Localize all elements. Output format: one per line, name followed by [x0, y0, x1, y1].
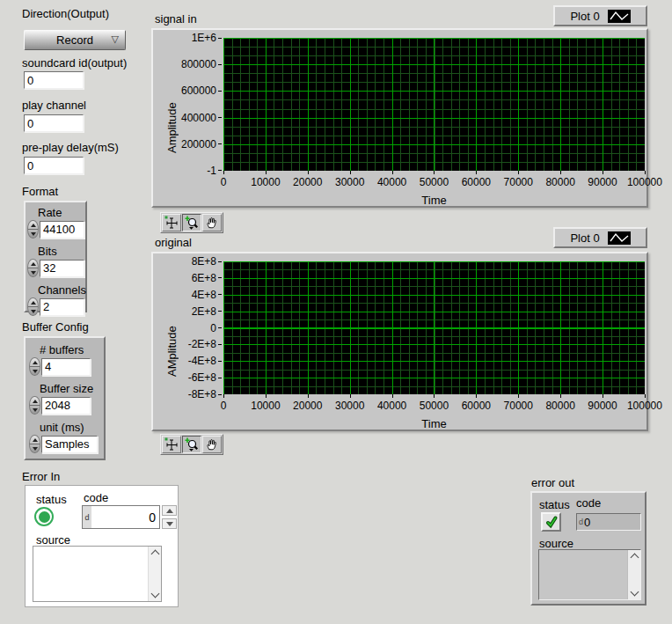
rate-spinner[interactable] [27, 220, 39, 239]
triangle-up-icon [31, 301, 36, 305]
graph2-container: AMplitude 8E+86E+84E+82E+80-2E+8-4E+8-6E… [151, 252, 648, 431]
error-out-code-value: 0 [584, 516, 590, 529]
triangle-down-icon [31, 310, 36, 313]
triangle-down-icon [166, 522, 173, 526]
buffer-size-input[interactable] [41, 397, 91, 415]
error-in-code-field[interactable]: d 0 [82, 505, 160, 529]
code-decrement-button[interactable] [162, 518, 177, 529]
graph1-container: Amplitude 1E+6800000600000400000200000-1… [151, 28, 648, 208]
graph2-x-tick-labels: 0100002000030000400005000060000700008000… [223, 400, 645, 412]
error-out-source-textarea[interactable] [538, 549, 641, 600]
triangle-down-icon [33, 408, 38, 412]
num-buffers-decrement-button[interactable] [30, 367, 40, 375]
graph1-y-tick-labels: 1E+6800000600000400000200000-1 [153, 38, 222, 171]
error-out-code-label: code [576, 496, 601, 510]
labview-front-panel: Direction(Output) Record ▽ soundcard id(… [0, 0, 672, 624]
graph1-title: signal in [155, 12, 197, 26]
buffer-size-decrement-button[interactable] [30, 406, 40, 414]
error-in-source-scrollbar[interactable] [148, 547, 161, 601]
graph1-plot-area[interactable] [223, 38, 645, 171]
graph1-legend-label: Plot 0 [570, 10, 599, 23]
unit-spinner[interactable] [29, 435, 40, 453]
unit-input[interactable] [41, 436, 98, 453]
bits-input[interactable] [40, 260, 84, 277]
triangle-down-icon [33, 370, 38, 373]
led-green-icon [39, 511, 50, 523]
cursor-tool-icon[interactable] [162, 214, 181, 231]
error-in-code-label: code [84, 491, 108, 504]
bits-decrement-button[interactable] [28, 268, 38, 276]
graph2-plot-area[interactable] [223, 261, 645, 394]
format-title: Format [22, 185, 58, 198]
error-in-code-value: 0 [91, 506, 159, 528]
scroll-down-icon[interactable] [150, 590, 159, 598]
error-in-status-label: status [36, 493, 67, 506]
graph2-tool-palette [160, 434, 223, 455]
rate-decrement-button[interactable] [28, 230, 38, 238]
error-in-status-led[interactable] [34, 507, 54, 526]
buffer-config-panel: # buffers Buffer size unit (ms) [24, 336, 106, 460]
play-channel-input[interactable] [24, 114, 84, 132]
num-buffers-input[interactable] [41, 358, 91, 376]
triangle-down-icon [31, 232, 36, 236]
graph2-legend[interactable]: Plot 0 [553, 227, 647, 248]
buffer-config-title: Buffer Config [22, 320, 89, 334]
bits-increment-button[interactable] [28, 260, 38, 268]
scroll-up-icon[interactable] [630, 554, 639, 562]
pan-tool-icon[interactable] [202, 436, 222, 453]
bits-spinner[interactable] [27, 259, 39, 277]
channels-increment-button[interactable] [28, 298, 38, 307]
radix-indicator[interactable]: d [83, 506, 91, 528]
rate-label: Rate [38, 206, 85, 219]
num-buffers-spinner[interactable] [29, 357, 40, 376]
triangle-up-icon [33, 361, 38, 364]
soundcard-id-input[interactable] [24, 71, 84, 89]
rate-input[interactable] [40, 221, 84, 239]
scroll-down-icon[interactable] [630, 588, 639, 597]
graph2-x-axis-label: Time [223, 417, 645, 430]
unit-increment-button[interactable] [30, 436, 40, 444]
buffer-size-increment-button[interactable] [30, 397, 40, 406]
error-in-source-label: source [36, 533, 70, 547]
triangle-up-icon [166, 509, 173, 513]
channels-decrement-button[interactable] [28, 307, 38, 315]
graph1-legend[interactable]: Plot 0 [553, 5, 647, 26]
error-out-status-label: status [539, 498, 570, 511]
triangle-down-icon [31, 271, 36, 275]
error-out-status-indicator[interactable] [541, 512, 561, 532]
channels-spinner[interactable] [27, 297, 39, 316]
channels-input[interactable] [40, 298, 84, 316]
buffer-size-label: Buffer size [40, 382, 104, 395]
graph1-tool-palette [160, 212, 223, 233]
direction-dropdown[interactable]: Record ▽ [24, 30, 126, 50]
check-icon [544, 515, 559, 529]
graph1-x-tick-marks [223, 171, 646, 174]
plot-line-sample-icon [608, 231, 631, 245]
channels-label: Channels [38, 283, 85, 297]
cursor-tool-icon[interactable] [162, 436, 181, 453]
graph2-legend-label: Plot 0 [570, 231, 599, 245]
error-in-code-spinner[interactable] [162, 505, 177, 529]
graph2-y-tick-labels: 8E+86E+84E+82E+80-2E+8-4E+8-6E+8-8E+8 [153, 261, 222, 394]
zoom-tool-icon[interactable] [182, 214, 201, 231]
radix-indicator: d [579, 518, 583, 526]
triangle-up-icon [31, 262, 36, 266]
graph1-x-axis-label: Time [223, 194, 645, 207]
triangle-down-icon [33, 447, 38, 451]
format-panel: Rate Bits Channels [24, 201, 87, 312]
preplay-delay-label: pre-play delay(mS) [22, 141, 119, 154]
scroll-up-icon[interactable] [150, 550, 159, 559]
pan-tool-icon[interactable] [202, 214, 222, 231]
error-out-source-scrollbar[interactable] [627, 550, 640, 599]
preplay-delay-input[interactable] [24, 157, 84, 174]
buffer-size-spinner[interactable] [29, 396, 40, 415]
bits-label: Bits [38, 245, 85, 258]
code-increment-button[interactable] [162, 505, 177, 516]
unit-decrement-button[interactable] [30, 444, 40, 452]
zoom-tool-icon[interactable] [182, 436, 201, 453]
num-buffers-increment-button[interactable] [30, 358, 40, 367]
rate-increment-button[interactable] [28, 221, 38, 230]
error-in-source-textarea[interactable] [33, 546, 162, 602]
error-out-code-field[interactable]: d 0 [576, 513, 641, 531]
chevron-down-icon: ▽ [112, 33, 119, 45]
